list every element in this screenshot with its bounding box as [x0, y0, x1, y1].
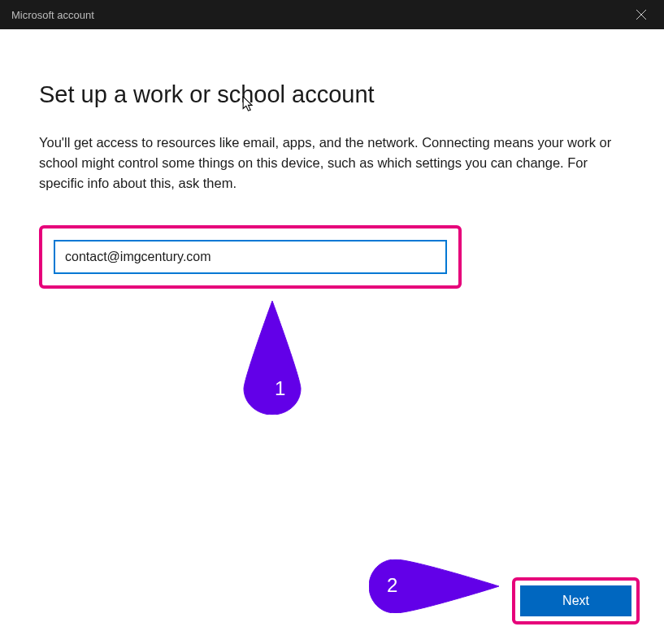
- close-x-svg: [636, 10, 646, 20]
- annotation-number-2: 2: [387, 574, 397, 597]
- next-callout-box: Next: [512, 577, 640, 624]
- close-icon[interactable]: [630, 5, 653, 25]
- page-title: Set up a work or school account: [39, 81, 625, 108]
- annotation-number-1: 1: [275, 377, 285, 400]
- titlebar-title: Microsoft account: [11, 9, 94, 21]
- dialog-content: Set up a work or school account You'll g…: [0, 29, 664, 328]
- description-text: You'll get access to resources like emai…: [39, 133, 624, 193]
- teardrop-2-svg: [369, 559, 499, 613]
- next-button[interactable]: Next: [520, 585, 631, 616]
- titlebar: Microsoft account: [0, 0, 664, 29]
- email-field[interactable]: [54, 240, 447, 274]
- annotation-marker-2: 2: [369, 559, 499, 616]
- email-callout-box: [39, 225, 462, 289]
